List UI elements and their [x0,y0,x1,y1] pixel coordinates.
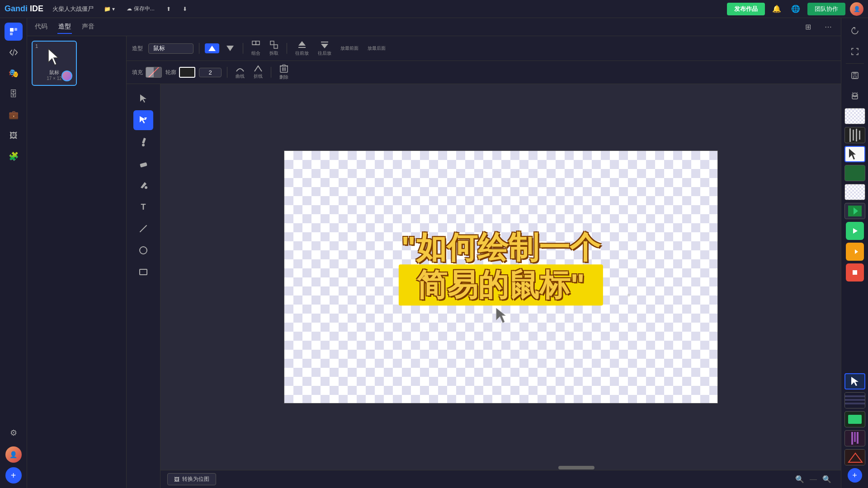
stage-thumb-10[interactable] [844,449,865,465]
stage-thumb-active[interactable] [844,146,865,162]
checkerboard-canvas[interactable]: "如何绘制一个 简易的鼠标" [284,150,718,404]
tab-code[interactable]: 代码 [34,20,48,34]
rp-android-icon[interactable] [846,87,864,105]
pause-btn[interactable] [846,243,864,261]
stage-thumb-8[interactable] [844,411,865,427]
user-avatar-bottom[interactable]: 👤 [5,446,22,463]
collab-btn[interactable]: 团队协作 [807,3,845,15]
toolbar-sep-4 [227,67,227,78]
tab-costume[interactable]: 造型 [57,20,72,34]
stage-thumb-cursor[interactable] [844,373,865,389]
sidebar-icon-image[interactable]: 🖼 [5,127,23,145]
stage-thumb-2[interactable] [844,127,865,143]
stage-thumb-6[interactable] [844,203,865,219]
fill-tool-btn[interactable] [133,175,153,195]
circle-tool-btn[interactable] [133,240,153,260]
svg-point-25 [142,144,145,146]
fold-btn[interactable]: 折线 [251,64,265,81]
language-btn[interactable]: 🌐 [788,3,803,14]
canvas-wrapper[interactable]: "如何绘制一个 简易的鼠标" [160,84,841,470]
user-avatar[interactable]: 👤 [850,2,863,16]
tab-icon-2[interactable]: ⋯ [822,21,834,33]
download-btn[interactable]: ⬇ [179,5,191,14]
costume-name-input[interactable] [148,43,193,54]
svg-point-38 [856,94,857,95]
rp-save-icon[interactable] [846,66,864,84]
stage-thumb-1[interactable] [844,108,865,124]
center-panel: 代码 造型 声音 ⊞ ⋯ 1 [27,18,841,488]
sidebar-icon-code[interactable] [5,43,23,61]
project-name: 火柴人大战僵尸 [52,5,94,13]
sidebar-icon-bag[interactable]: 💼 [5,106,23,124]
brush-tool-btn[interactable] [133,132,153,152]
sprite-item[interactable]: 1 鼠标 17 × 12 [32,41,77,86]
svg-rect-1 [14,28,17,31]
direction-right-btn[interactable] [223,43,237,53]
app-logo: Gandi IDE [5,4,43,14]
canvas-cursor [495,307,506,324]
svg-line-40 [857,92,858,93]
rp-fullscreen-icon[interactable] [846,42,864,61]
backward-one-btn[interactable]: 放最后面 [365,44,388,53]
direction-left-btn[interactable] [205,43,219,53]
toolbar-sep-5 [271,67,271,78]
select-tool-btn[interactable] [133,89,153,108]
svg-rect-7 [256,41,259,45]
svg-marker-5 [226,46,234,51]
svg-marker-22 [140,116,146,123]
backward-btn[interactable]: 往后放 [315,39,334,58]
main-area: 🎭 🗄 💼 🖼 🧩 ⚙ 👤 + 代码 造型 声音 ⊞ ⋯ 1 [0,18,868,488]
select2-tool-btn[interactable] [133,110,153,130]
forward-one-btn[interactable]: 放最前面 [338,44,361,53]
svg-marker-11 [298,41,306,46]
sidebar-icon-data[interactable]: 🗄 [5,85,23,103]
stage-thumb-7[interactable] [844,392,865,408]
stage-thumb-green[interactable] [844,165,865,181]
svg-rect-26 [140,162,147,168]
svg-rect-54 [845,450,865,465]
sidebar-icon-puzzle[interactable]: 🧩 [5,147,23,165]
rp-history-icon[interactable] [846,22,864,40]
split-btn[interactable]: 拆取 [267,39,281,58]
stage-thumb-9[interactable] [844,430,865,446]
costume-label: 造型 [132,45,143,52]
forward-btn[interactable]: 往前放 [292,39,311,58]
sidebar-icon-sprites[interactable] [5,23,23,41]
stroke-width-input[interactable] [199,68,222,77]
stage-thumbnail-list: + [841,18,868,488]
stroke-section: 轮廓 [165,67,195,78]
zoom-controls: 🔍 — 🔍 [793,474,834,484]
stroke-swatch[interactable] [179,67,195,78]
svg-rect-30 [140,269,147,275]
tab-sound[interactable]: 声音 [81,20,95,34]
text-tool-btn[interactable]: T [133,197,153,217]
file-menu-btn[interactable]: 📁 ▾ [100,5,118,14]
eraser-tool-btn[interactable] [133,154,153,174]
stage-thumb-5[interactable] [844,184,865,200]
rect-tool-btn[interactable] [133,262,153,282]
delete-btn[interactable]: 删除 [277,63,291,82]
add-sprite-btn[interactable]: + [5,467,22,483]
svg-marker-47 [855,249,858,254]
svg-marker-23 [144,117,147,120]
notifications-btn[interactable]: 🔔 [769,3,784,14]
svg-rect-35 [854,76,856,78]
run-btn[interactable] [846,222,864,240]
sidebar-icon-assets[interactable]: 🎭 [5,64,23,82]
publish-btn[interactable]: 发布作品 [727,3,765,15]
svg-point-27 [145,186,147,189]
sidebar-icon-settings[interactable]: ⚙ [5,424,23,442]
zoom-in-btn[interactable]: 🔍 [820,474,834,484]
curve-btn[interactable]: 曲线 [233,64,247,81]
tab-icon-1[interactable]: ⊞ [803,21,813,33]
upload-btn[interactable]: ⬆ [163,5,175,14]
convert-btn[interactable]: 🖼 转换为位图 [167,473,216,485]
line-tool-btn[interactable] [133,219,153,239]
zoom-out-btn[interactable]: 🔍 [793,474,807,484]
save-btn[interactable]: ☁ 保存中... [123,4,158,14]
fill-swatch[interactable] [146,67,162,78]
stage-add-btn[interactable]: + [848,468,862,483]
canvas-scrollbar-h[interactable] [339,465,814,470]
stop-btn[interactable] [846,263,864,282]
merge-btn[interactable]: 组合 [249,39,263,58]
